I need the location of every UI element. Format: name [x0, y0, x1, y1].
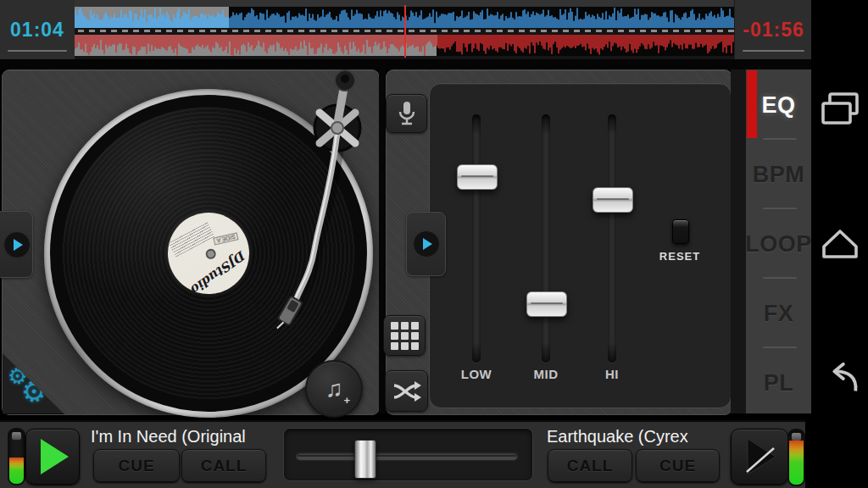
eq-low-label: LOW — [451, 367, 502, 381]
deck-a-side-panel-toggle[interactable] — [0, 211, 33, 278]
deck-a-vu-meter — [8, 428, 25, 485]
deck-a-elapsed-time: 01:04 — [0, 19, 75, 42]
deck-b-time-underline — [743, 50, 804, 52]
topbar: 01:04 -01:56 — [0, 0, 811, 59]
settings-corner-button[interactable]: ⚙ ⚙ — [3, 353, 64, 414]
spindle-hole — [204, 247, 218, 261]
deck-a-vu-fill — [9, 458, 24, 484]
tab-loop[interactable]: LOOP — [746, 210, 811, 278]
gear-icon: ⚙ — [18, 374, 50, 408]
deck-a-track-title: I'm In Need (Original — [91, 427, 246, 446]
crossfader — [283, 428, 533, 481]
deck-b-vu-fill — [789, 441, 804, 485]
deck-b-vu-meter — [787, 429, 805, 486]
eq-panel: LOW MID HI RESET — [429, 83, 732, 408]
plus-icon: + — [343, 394, 350, 407]
deck-b-track-title: Earthquake (Cyrex — [547, 427, 688, 446]
shuffle-button[interactable] — [385, 370, 428, 412]
deck-a-play-tab-icon — [3, 231, 31, 258]
tab-divider — [763, 277, 797, 279]
tab-divider — [763, 208, 797, 209]
deck-b-play-icon — [740, 436, 779, 477]
separator — [0, 59, 811, 69]
transport-bar: I'm In Need (Original CUE CALL Earthquak… — [0, 420, 805, 488]
sampler-pads-button[interactable] — [383, 315, 426, 356]
deck-a-time-underline — [8, 50, 67, 52]
deck-a-play-icon — [33, 436, 72, 477]
function-tab-strip: EQBPMLOOPFXPL — [746, 69, 811, 413]
deck-a-time-display: 01:04 — [0, 0, 75, 59]
deck-a-panel: SIDE A DJStudio — [2, 69, 380, 415]
tab-pl[interactable]: PL — [746, 349, 811, 417]
microphone-icon — [397, 101, 417, 126]
eq-hi-label: HI — [587, 367, 637, 381]
strip-divider — [731, 69, 746, 413]
tonearm — [255, 67, 382, 338]
vinyl-label-fineprint — [168, 221, 214, 257]
nav-back-button[interactable] — [818, 358, 862, 402]
eq-slider-low — [451, 114, 502, 364]
vinyl-brand-label: DJStudio — [181, 242, 256, 302]
eq-reset-button[interactable] — [672, 219, 689, 244]
eq-hi-handle[interactable] — [593, 187, 633, 213]
back-icon — [818, 360, 862, 399]
eq-low-handle[interactable] — [457, 164, 498, 190]
eq-slider-hi — [587, 114, 637, 364]
eq-low-track[interactable] — [472, 114, 481, 363]
nav-home-button[interactable] — [818, 220, 862, 264]
deck-b-play-button[interactable] — [731, 429, 788, 485]
recents-icon — [819, 92, 861, 127]
grid-icon — [391, 322, 419, 350]
deck-b-call-button[interactable]: CALL — [548, 449, 632, 482]
deck-b-vu-cap — [792, 433, 801, 441]
tab-bpm[interactable]: BPM — [746, 141, 811, 208]
deck-a-call-button[interactable]: CALL — [181, 449, 266, 482]
android-nav-bar — [811, 0, 868, 488]
tab-fx[interactable]: FX — [746, 280, 811, 347]
tab-eq[interactable]: EQ — [746, 71, 811, 139]
nav-recents-button[interactable] — [818, 87, 862, 131]
vinyl-label: SIDE A DJStudio — [153, 198, 264, 308]
home-icon — [819, 224, 861, 261]
deck-b-side-panel-toggle[interactable] — [406, 212, 446, 276]
eq-mid-track[interactable] — [542, 114, 550, 363]
deck-b-cue-button[interactable]: CUE — [636, 449, 720, 482]
tab-divider — [763, 347, 797, 348]
crossfader-track[interactable] — [296, 452, 518, 460]
load-track-button[interactable]: ♫ + — [305, 360, 363, 418]
deck-b-remaining-time: -01:56 — [735, 19, 812, 42]
tab-divider — [763, 138, 797, 140]
music-note-add-icon: ♫ — [326, 377, 343, 401]
deck-b-time-display: -01:56 — [734, 0, 812, 59]
microphone-button[interactable] — [386, 94, 427, 133]
vinyl-side-label: SIDE A — [214, 232, 239, 245]
eq-mid-label: MID — [520, 367, 571, 381]
eq-mid-handle[interactable] — [526, 291, 567, 317]
shuffle-icon — [392, 380, 421, 403]
dj-studio-screen: 01:04 -01:56 SIDE A DJStudio — [0, 0, 868, 488]
deck-a-play-button[interactable] — [25, 429, 80, 485]
eq-slider-mid — [520, 114, 571, 364]
deck-divider — [379, 69, 386, 413]
deck-b-play-tab-icon — [413, 230, 440, 258]
eq-hi-track[interactable] — [608, 114, 616, 363]
crossfader-handle[interactable] — [354, 440, 376, 479]
deck-a-vu-cap — [12, 432, 21, 440]
eq-reset-label: RESET — [646, 250, 714, 263]
deck-a-cue-button[interactable]: CUE — [93, 449, 180, 482]
waveform-display[interactable] — [75, 0, 734, 59]
